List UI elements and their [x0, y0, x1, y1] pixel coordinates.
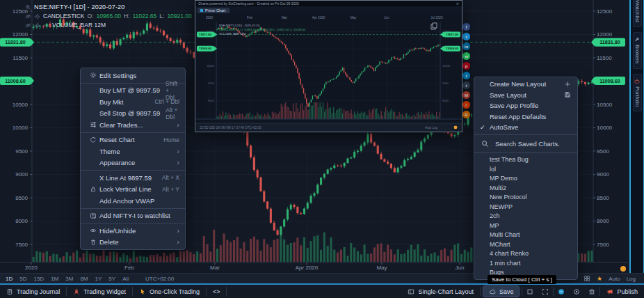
menu-item[interactable]: Save App Profile: [474, 100, 577, 111]
tab-portfolio[interactable]: Portfolio: [633, 74, 642, 111]
saved-chart-item[interactable]: 1 min chart: [474, 258, 577, 268]
share-tumblr-icon[interactable]: t: [462, 81, 470, 89]
saved-chart-item[interactable]: New Protocol: [474, 193, 577, 203]
timeframe-6M[interactable]: 6M: [80, 276, 88, 282]
auto-scale-button[interactable]: Auto: [609, 276, 620, 282]
toolbar-one-click-trading-button[interactable]: One-Click Trading: [133, 285, 206, 298]
study-settings-icon[interactable]: [34, 13, 40, 19]
save-tooltip: Save to Cloud [ Ctrl + s ]: [488, 275, 556, 284]
hide-study-icon[interactable]: [25, 13, 31, 19]
saved-chart-item[interactable]: Multi2: [474, 183, 577, 193]
menu-item[interactable]: Theme›: [81, 146, 185, 157]
menu-item[interactable]: Reset App Defaults: [474, 111, 577, 123]
saved-chart-item[interactable]: MChart: [474, 240, 577, 249]
grid-settings-icon[interactable]: [583, 275, 590, 282]
menu-item[interactable]: X Line At 9897.59Alt + X: [81, 172, 185, 184]
svg-text:Jun: Jun: [456, 265, 465, 271]
chat-icon: [558, 288, 565, 295]
tab-prime-chart[interactable]: Prime Chart: [198, 8, 230, 13]
menu-item[interactable]: ✓AutoSave: [474, 122, 577, 133]
svg-text:11008.60: 11008.60: [5, 78, 26, 84]
menu-item[interactable]: Create New Layout: [474, 79, 577, 90]
tab-brokers[interactable]: Brokers: [633, 32, 642, 69]
saved-chart-item[interactable]: MP Demo: [474, 174, 577, 184]
share-facebook-icon[interactable]: f: [462, 23, 470, 31]
menu-item[interactable]: Reset ChartHome: [81, 134, 185, 146]
publish-button[interactable]: Publish: [600, 285, 644, 298]
zoom-in-icon[interactable]: [25, 4, 31, 10]
saved-chart-item[interactable]: 2ch: [474, 212, 577, 221]
menu-item[interactable]: Sell Stop @ 9897.59Alt + Dbl: [81, 108, 185, 120]
share-gmail-icon[interactable]: M: [462, 91, 470, 99]
chart-preview-window[interactable]: Charts powered by GoCharting.com - Creat…: [195, 0, 462, 132]
chevron-right-icon: ›: [177, 227, 179, 235]
timezone-button[interactable]: UTC+02:00: [145, 276, 174, 282]
hide-volume-icon[interactable]: [25, 22, 31, 29]
timeframe-5D[interactable]: 5D: [19, 276, 26, 282]
search-icon: [481, 140, 489, 148]
saved-chart-item[interactable]: 4 chart Renko: [474, 249, 577, 259]
timeframe-1Y[interactable]: 1Y: [95, 276, 102, 282]
screenshot-button[interactable]: [522, 285, 538, 298]
share-pinterest-icon[interactable]: p: [462, 62, 470, 70]
share-telegram-icon[interactable]: t: [462, 72, 470, 79]
share-whatsapp-icon[interactable]: w: [462, 52, 470, 60]
menu-item[interactable]: Appearance›: [81, 157, 185, 169]
fullscreen-button[interactable]: [538, 285, 553, 298]
lock-icon: [86, 186, 99, 193]
saved-chart-item[interactable]: Multi Chart: [474, 230, 577, 240]
menu-item[interactable]: Clear Trades...›: [81, 119, 185, 131]
trading-app: 1250012500120001200011500115001050010500…: [0, 0, 644, 298]
saved-chart-item[interactable]: NEWPP: [474, 202, 577, 212]
share-column: ftinwpttMrB: [462, 23, 470, 118]
toolbar---button[interactable]: <>: [207, 285, 227, 298]
menu-item[interactable]: Lock Vertical LineAlt + Y: [81, 184, 185, 196]
svg-text:9000: 9000: [208, 81, 215, 85]
layout-menu: Create New LayoutSave LayoutSave App Pro…: [474, 77, 578, 280]
expand-icon: [542, 288, 549, 295]
preview-chart[interactable]: 2020FebMarApr 2020MayJunJul 202012000120…: [195, 13, 462, 132]
saved-chart-item[interactable]: test Thea Bug: [474, 155, 577, 165]
share-reddit-icon[interactable]: r: [462, 101, 470, 109]
menu-item[interactable]: Hide/Unhide›: [81, 225, 185, 237]
volume-settings-icon[interactable]: [34, 22, 40, 29]
reset-icon: [86, 136, 99, 143]
saved-chart-item[interactable]: MP: [474, 221, 577, 230]
timeframe-15D[interactable]: 15D: [33, 276, 44, 282]
toolbar-trading-journal-button[interactable]: Trading Journal: [0, 285, 66, 298]
exchange-button[interactable]: [584, 285, 599, 298]
share-blogger-icon[interactable]: B: [462, 111, 470, 118]
menu-item[interactable]: Buy LMT @ 9897.59Shift + Dbl: [81, 85, 185, 97]
symbol-title: NSE:NIFTY-I [1D] - 2020-07-20: [34, 3, 125, 10]
check-icon: ✓: [480, 124, 490, 131]
share-linkedin-icon[interactable]: in: [462, 42, 470, 50]
high-value: 11022.65: [132, 13, 156, 19]
menu-item[interactable]: Add NIFTY-I to watchlist: [81, 210, 185, 222]
favorite-star-icon[interactable]: ★: [597, 275, 602, 282]
menu-item[interactable]: Save Layout: [474, 90, 577, 101]
target-button[interactable]: [569, 285, 584, 298]
close-icon[interactable]: ✕: [456, 1, 459, 6]
log-scale-button[interactable]: Log: [627, 276, 636, 282]
save-button[interactable]: Save: [483, 286, 520, 297]
toolbar-trading-widget-button[interactable]: Trading Widget: [67, 285, 132, 298]
menu-item[interactable]: Add Anchor VWAP: [81, 195, 185, 207]
timeframe-1D[interactable]: 1D: [6, 276, 13, 282]
svg-text:11831.80: 11831.80: [446, 33, 459, 36]
watchadd-icon: [86, 212, 99, 219]
single-chart-layout-button[interactable]: Single-Chart Layout: [401, 285, 480, 298]
svg-text:Jun: Jun: [384, 16, 389, 19]
svg-text:8000: 8000: [15, 218, 28, 224]
timeframe-All[interactable]: All: [122, 276, 129, 282]
timeframe-3M[interactable]: 3M: [65, 276, 73, 282]
chat-button[interactable]: [554, 285, 569, 298]
saved-charts-search[interactable]: Search Saved Charts.: [474, 135, 577, 153]
share-twitter-icon[interactable]: t: [462, 33, 470, 40]
menu-item[interactable]: Delete›: [81, 237, 185, 249]
timeframe-right: ★ Auto Log: [583, 275, 636, 282]
tab-watchlist[interactable]: Watchlist: [633, 0, 642, 27]
timeframe-5Y[interactable]: 5Y: [108, 276, 115, 282]
timeframe-1M[interactable]: 1M: [51, 276, 58, 282]
svg-text:11831.80: 11831.80: [599, 39, 620, 45]
saved-chart-item[interactable]: lol: [474, 164, 577, 174]
